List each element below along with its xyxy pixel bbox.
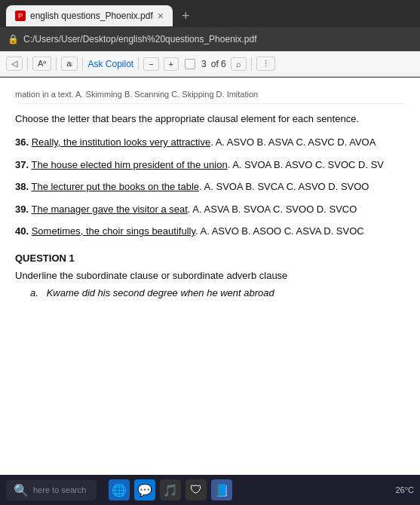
sub-item-label: a.	[30, 287, 38, 298]
question-40: 40. Sometimes, the choir sings beautiful…	[15, 224, 405, 239]
separator-1	[27, 57, 28, 71]
q38-underline-text: The lecturer put the books on the table	[31, 181, 199, 192]
address-bar[interactable]: 🔒 C:/Users/User/Desktop/english%20questi…	[0, 27, 420, 51]
browser-chrome: P english questions_Phoenix.pdf × + 🔒 C:…	[0, 0, 420, 78]
separator-2	[56, 57, 57, 71]
taskbar-search-icon: 🔍	[14, 483, 29, 497]
taskbar-icon-music[interactable]: 🎵	[160, 479, 181, 500]
lock-icon: 🔒	[8, 34, 19, 44]
question-36: 36. Really, the institution looks very a…	[15, 135, 405, 150]
zoom-out-button[interactable]: −	[143, 57, 158, 71]
taskbar-icon-browser[interactable]: 🌐	[109, 479, 130, 500]
section-header: QUESTION 1	[15, 252, 405, 264]
question-37: 37. The house elected him president of t…	[15, 158, 405, 173]
q37-underline-text: The house elected him president of the u…	[31, 159, 227, 170]
page-number-total: of 6	[211, 59, 226, 69]
more-options-button[interactable]: ⋮	[256, 57, 275, 71]
separator-5	[251, 57, 252, 71]
sub-instruction: Underline the subordinate clause or subo…	[15, 270, 405, 281]
view-icon	[185, 59, 195, 69]
taskbar-icon-social[interactable]: 📘	[211, 479, 232, 500]
separator-3	[82, 57, 83, 71]
tab-label: english questions_Phoenix.pdf	[30, 11, 153, 21]
tab-favicon: P	[15, 11, 26, 21]
q39-underline-text: The manager gave the visitor a seat	[31, 204, 187, 215]
pdf-content-area: mation in a text. A. Skimming B. Scannin…	[0, 78, 420, 476]
ask-copilot-button[interactable]: Ask Copilot	[87, 59, 133, 69]
q36-underline-text: Really, the institution looks very attra…	[32, 136, 210, 148]
q38-suffix: . A. SVOA B. SVCA C. ASVO D. SVOO	[199, 181, 369, 192]
taskbar-search-box[interactable]: 🔍 here to search	[6, 480, 97, 500]
question-39: 39. The manager gave the visitor a seat.…	[15, 202, 405, 217]
q39-number: 39.	[15, 204, 29, 215]
taskbar-search-text: here to search	[33, 485, 86, 494]
q40-suffix: . A. ASVO B. ASOO C. ASVA D. SVOC	[195, 225, 364, 237]
q37-number: 37.	[15, 159, 29, 170]
sub-item-a: a. Kwame did his second degree when he w…	[30, 287, 405, 298]
taskbar-system-icons: 26°C	[389, 485, 414, 494]
q40-number: 40.	[15, 225, 29, 237]
q36-number: 36.	[15, 136, 29, 148]
instruction-text: Choose the letter that bears the appropr…	[15, 113, 405, 124]
font-size-button[interactable]: Aᵃ	[32, 57, 51, 71]
active-tab[interactable]: P english questions_Phoenix.pdf ×	[6, 5, 173, 26]
q36-suffix: . A. ASVO B. ASVA C. ASVC D. AVOA	[210, 136, 376, 148]
taskbar-temp: 26°C	[395, 485, 414, 494]
new-tab-button[interactable]: +	[177, 8, 195, 24]
taskbar-icon-chat[interactable]: 💬	[134, 479, 155, 500]
tab-bar: P english questions_Phoenix.pdf × +	[0, 0, 420, 27]
q38-number: 38.	[15, 181, 29, 192]
separator-4	[138, 57, 139, 71]
page-number-current: 3	[201, 59, 207, 69]
pdf-toolbar: ◁ Aᵃ aᵢ Ask Copilot − + 3 of 6 ⌕ ⋮	[0, 51, 420, 77]
zoom-in-button[interactable]: +	[164, 57, 179, 71]
address-bar-text: C:/Users/User/Desktop/english%20question…	[23, 34, 412, 44]
q39-suffix: . A. ASVA B. SVOA C. SVOO D. SVCO	[188, 204, 357, 215]
taskbar-app-icons: 🌐 💬 🎵 🛡 📘	[109, 479, 232, 500]
question-38: 38. The lecturer put the books on the ta…	[15, 179, 405, 194]
top-note: mation in a text. A. Skimming B. Scannin…	[15, 90, 405, 104]
taskbar: 🔍 here to search 🌐 💬 🎵 🛡 📘 26°C	[0, 475, 420, 505]
read-button[interactable]: aᵢ	[61, 57, 78, 71]
back-button[interactable]: ◁	[6, 57, 23, 71]
sub-item-text: Kwame did his second degree when he went…	[47, 287, 274, 298]
q40-underline-text: Sometimes, the choir sings beautifully	[32, 225, 195, 237]
q37-suffix: . A. SVOA B. ASVO C. SVOC D. SV	[228, 159, 384, 170]
search-button[interactable]: ⌕	[231, 57, 247, 71]
tab-close-button[interactable]: ×	[158, 10, 164, 22]
taskbar-icon-shield[interactable]: 🛡	[185, 479, 207, 500]
